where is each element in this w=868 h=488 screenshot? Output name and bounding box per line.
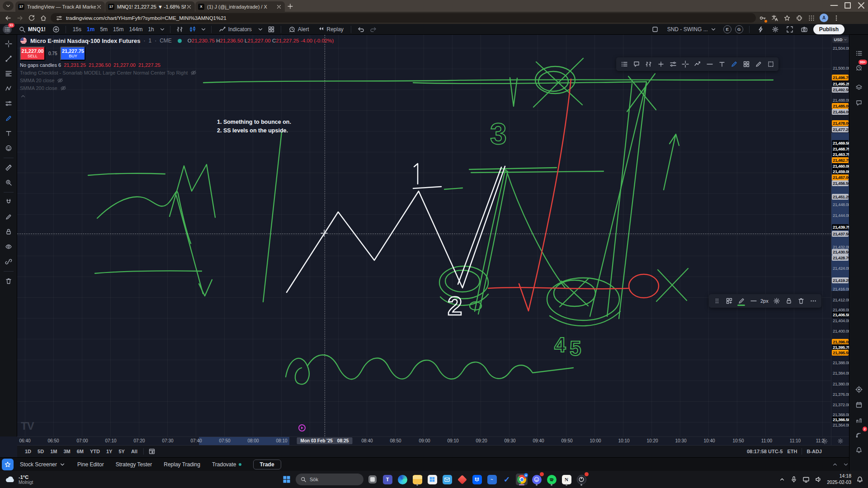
tab-tradovate[interactable]: Tradovate bbox=[212, 461, 241, 468]
fib-retracement-icon[interactable] bbox=[3, 68, 14, 79]
snapshot-camera-icon[interactable] bbox=[799, 24, 810, 35]
taskbar-search[interactable]: Sök bbox=[296, 474, 363, 485]
edge-icon[interactable] bbox=[396, 474, 408, 485]
speaker-icon[interactable] bbox=[815, 476, 822, 483]
add-tool-icon[interactable] bbox=[655, 59, 666, 70]
position-tool-icon[interactable] bbox=[3, 98, 14, 109]
chat-icon[interactable] bbox=[849, 97, 868, 109]
timeframe-1m[interactable]: 1m bbox=[84, 25, 97, 34]
discord-icon[interactable] bbox=[531, 474, 542, 485]
screener-target-icon[interactable] bbox=[849, 384, 868, 395]
calendar-icon[interactable] bbox=[849, 399, 868, 411]
drawing-lock-icon[interactable] bbox=[783, 296, 795, 306]
watchlist-icon[interactable] bbox=[849, 47, 868, 59]
eye-off-icon[interactable] bbox=[60, 85, 66, 91]
timeframe-1h[interactable]: 1h bbox=[145, 25, 156, 34]
alert-button[interactable]: Alert bbox=[285, 24, 312, 34]
style-menu-icon[interactable] bbox=[200, 24, 207, 35]
text-tool-icon[interactable] bbox=[3, 128, 14, 139]
tab-tradingview-home[interactable]: 17 TradingView — Track All Marke bbox=[15, 1, 105, 12]
range-1Y[interactable]: 1Y bbox=[103, 447, 115, 455]
mail-icon[interactable] bbox=[441, 474, 453, 485]
chrome-icon[interactable]: A bbox=[516, 474, 528, 485]
extensions-icon[interactable] bbox=[795, 14, 803, 22]
range-3M[interactable]: 3M bbox=[60, 447, 73, 455]
adjustment-label[interactable]: B-ADJ bbox=[807, 449, 822, 454]
indicator-row[interactable]: SMMA 20 close bbox=[20, 77, 334, 84]
diamond-app-icon[interactable] bbox=[456, 474, 468, 485]
sync-drawings-icon[interactable] bbox=[3, 256, 14, 267]
publish-button[interactable]: Publish bbox=[813, 24, 844, 34]
forward-button[interactable] bbox=[15, 14, 24, 23]
cross-tool-icon[interactable] bbox=[679, 59, 691, 70]
position-tool-icon[interactable] bbox=[667, 59, 679, 70]
todo-check-icon[interactable]: ✓ bbox=[501, 474, 513, 485]
timeframe-144m[interactable]: 144m bbox=[126, 25, 145, 34]
remove-drawings-icon[interactable] bbox=[3, 276, 14, 286]
new-tab-button[interactable] bbox=[285, 1, 295, 11]
chart-canvas[interactable]: 3 4 5 2 Micro E-mini Nasdaq-100 Index Fu… bbox=[17, 35, 831, 436]
notifications-bell-icon[interactable] bbox=[849, 444, 868, 456]
start-button[interactable] bbox=[281, 474, 292, 485]
collapse-legend-icon[interactable] bbox=[20, 93, 26, 99]
mhp-app-icon[interactable]: ~ bbox=[486, 474, 498, 485]
indicator-row[interactable]: SMMA 200 close bbox=[20, 85, 334, 91]
microphone-icon[interactable] bbox=[790, 476, 797, 483]
template-add-icon[interactable] bbox=[723, 296, 735, 306]
browser-menu-icon[interactable] bbox=[832, 14, 840, 22]
collapse-panel-icon[interactable] bbox=[843, 461, 849, 468]
drawing-delete-icon[interactable] bbox=[796, 296, 807, 306]
maximize-button[interactable] bbox=[841, 0, 854, 11]
tab-pine-editor[interactable]: Pine Editor bbox=[77, 461, 104, 468]
notion-icon[interactable]: N bbox=[561, 474, 572, 485]
range-5Y[interactable]: 5Y bbox=[115, 447, 127, 455]
session-label[interactable]: ETH bbox=[787, 449, 797, 454]
candle-style-icon[interactable] bbox=[187, 24, 198, 35]
rectangle-tool-icon[interactable] bbox=[765, 59, 776, 70]
bar-style-icon[interactable] bbox=[175, 24, 185, 35]
sell-button[interactable]: 21,227.00SELL bbox=[20, 47, 45, 61]
drawing-more-icon[interactable] bbox=[808, 296, 819, 306]
zoom-in-tool-icon[interactable] bbox=[3, 177, 14, 188]
buy-button[interactable]: 21,227.75BUY bbox=[60, 47, 85, 61]
timeframe-15m[interactable]: 15m bbox=[110, 25, 126, 34]
symbol-row[interactable]: Micro E-mini Nasdaq-100 Index Futures ·1… bbox=[20, 37, 334, 44]
range-1M[interactable]: 1M bbox=[47, 447, 60, 455]
layout-name-button[interactable]: SND - SWING ... bbox=[664, 25, 720, 34]
object-tree-icon[interactable] bbox=[849, 82, 868, 94]
close-button[interactable] bbox=[854, 0, 868, 11]
replay-point-marker[interactable] bbox=[298, 424, 306, 432]
grid-tool-icon[interactable] bbox=[741, 59, 752, 70]
brush-tool-icon[interactable] bbox=[728, 59, 740, 70]
alerts-icon[interactable]: 99+ bbox=[849, 62, 868, 74]
indicator-row[interactable]: No gaps candles 6 21,231.25 21,236.50 21… bbox=[20, 62, 334, 68]
save-layout-icon[interactable] bbox=[650, 24, 660, 35]
zigzag-tool-icon[interactable] bbox=[692, 59, 703, 70]
back-button[interactable] bbox=[4, 14, 13, 23]
eye-off-icon[interactable] bbox=[57, 77, 63, 84]
dropbox-icon[interactable] bbox=[471, 474, 483, 485]
fullscreen-icon[interactable] bbox=[784, 24, 795, 35]
text-tool-icon[interactable] bbox=[716, 59, 727, 70]
layout-grid-icon[interactable] bbox=[266, 24, 277, 35]
price-scale[interactable]: USD 21,504.0021,500.0021,496.7521,495.25… bbox=[831, 35, 849, 436]
redo-icon[interactable] bbox=[368, 24, 379, 35]
pencil-tool-icon[interactable] bbox=[753, 59, 764, 70]
replay-button[interactable]: Replay bbox=[314, 24, 347, 34]
cloud-user-e-badge[interactable]: E bbox=[723, 25, 731, 33]
tab-stock-screener[interactable]: Stock Screener bbox=[20, 461, 66, 468]
compare-add-icon[interactable] bbox=[51, 24, 61, 35]
drawing-settings-icon[interactable] bbox=[771, 296, 783, 306]
lock-drawings-icon[interactable] bbox=[3, 226, 14, 237]
clock-label[interactable]: 08:17:58 UTC-5 bbox=[747, 449, 783, 454]
bars-pattern-icon[interactable] bbox=[643, 59, 654, 70]
range-1D[interactable]: 1D bbox=[22, 447, 34, 455]
teams-icon[interactable]: T bbox=[382, 474, 393, 485]
tray-expand-icon[interactable] bbox=[779, 476, 785, 483]
timeframe-5m[interactable]: 5m bbox=[97, 25, 110, 34]
timeframe-15s[interactable]: 15s bbox=[70, 25, 84, 34]
timeframe-menu-icon[interactable] bbox=[159, 24, 166, 35]
text-annotation[interactable]: 1. Something to bounce on. 2. SS levels … bbox=[217, 118, 291, 136]
time-axis-settings-icon[interactable] bbox=[821, 438, 828, 445]
tab-close-icon[interactable] bbox=[186, 4, 192, 10]
